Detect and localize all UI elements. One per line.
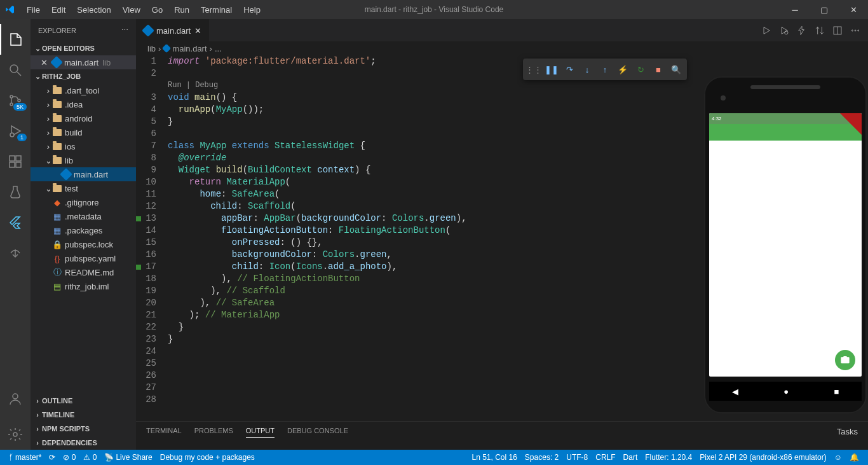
tree-item--dart_tool[interactable]: ›.dart_tool — [31, 83, 136, 97]
bell-icon[interactable]: 🔔 — [846, 453, 863, 462]
menu-help[interactable]: Help — [238, 3, 266, 17]
emulator-fab[interactable] — [835, 350, 855, 370]
close-editor-icon[interactable]: ✕ — [41, 58, 48, 67]
spaces-status[interactable]: Spaces: 2 — [521, 453, 562, 462]
tree-item-android[interactable]: ›android — [31, 111, 136, 125]
flutter-view-icon[interactable] — [0, 207, 31, 238]
extensions-view-icon[interactable] — [0, 146, 31, 177]
line-numbers: 1234567891011121314151617181920212223242… — [136, 55, 168, 421]
diff-icon[interactable] — [815, 25, 825, 36]
share-view-icon[interactable] — [0, 238, 31, 268]
errors-status[interactable]: ⊘ 0 — [59, 450, 79, 465]
flutter-status[interactable]: Flutter: 1.20.4 — [641, 453, 696, 462]
warnings-status[interactable]: ⚠ 0 — [79, 450, 100, 465]
menu-edit[interactable]: Edit — [46, 3, 71, 17]
test-view-icon[interactable] — [0, 177, 31, 207]
step-out-icon[interactable]: ↑ — [597, 61, 613, 78]
nav-back-icon[interactable]: ◀ — [732, 387, 738, 396]
panel-tab-debug-console[interactable]: DEBUG CONSOLE — [287, 427, 348, 438]
debug-toolbar[interactable]: ⋮⋮ ❚❚ ↷ ↓ ↑ ⚡ ↻ ■ 🔍 — [523, 59, 687, 80]
npm-section[interactable]: ›NPM SCRIPTS — [31, 422, 136, 436]
menu-view[interactable]: View — [118, 3, 146, 17]
tree-item-ios[interactable]: ›ios — [31, 139, 136, 153]
devtools-icon[interactable]: 🔍 — [668, 61, 684, 78]
tree-item-build[interactable]: ›build — [31, 125, 136, 139]
tree-item--packages[interactable]: ▦.packages — [31, 223, 136, 237]
timeline-section[interactable]: ›TIMELINE — [31, 408, 136, 422]
branch-status[interactable]: ᚶmaster* — [5, 450, 45, 465]
explorer-view-icon[interactable] — [0, 24, 31, 55]
hot-reload-icon[interactable]: ⚡ — [614, 61, 631, 78]
editor-tabs: main.dart ✕ — [136, 19, 868, 41]
tree-item-pubspec-yaml[interactable]: {}pubspec.yaml — [31, 251, 136, 265]
tree-item-pubspec-lock[interactable]: 🔒pubspec.lock — [31, 237, 136, 251]
debug-view-icon[interactable]: 1 — [0, 116, 31, 146]
menu-selection[interactable]: Selection — [72, 3, 116, 17]
tree-item-test[interactable]: ⌄test — [31, 181, 136, 195]
pause-icon[interactable]: ❚❚ — [543, 61, 560, 78]
svg-point-0 — [10, 65, 18, 73]
tree-item--idea[interactable]: ›.idea — [31, 97, 136, 111]
eol-status[interactable]: CRLF — [592, 453, 619, 462]
debug-run-icon[interactable] — [779, 25, 789, 36]
step-over-icon[interactable]: ↷ — [561, 61, 578, 78]
device-status[interactable]: Pixel 2 API 29 (android-x86 emulator) — [696, 453, 830, 462]
open-editors-section[interactable]: ⌄OPEN EDITORS — [31, 41, 136, 55]
outline-section[interactable]: ›OUTLINE — [31, 394, 136, 408]
encoding-status[interactable]: UTF-8 — [562, 453, 592, 462]
more-icon[interactable] — [850, 25, 860, 36]
scm-view-icon[interactable]: 5K — [0, 85, 31, 116]
tree-item--gitignore[interactable]: ◆.gitignore — [31, 195, 136, 209]
debug-config-status[interactable]: Debug my code + packages — [156, 450, 259, 465]
svg-rect-8 — [16, 162, 21, 167]
sidebar: EXPLORER ⋯ ⌄OPEN EDITORS ✕ main.dart lib… — [31, 19, 136, 450]
nav-home-icon[interactable]: ● — [783, 387, 789, 396]
debug-banner — [840, 113, 862, 135]
menu-go[interactable]: Go — [147, 3, 168, 17]
emulator-screen[interactable]: 4:32 ▾◢▮ — [709, 113, 862, 377]
account-icon[interactable] — [0, 384, 31, 414]
liveshare-status[interactable]: 📡Live Share — [100, 450, 156, 465]
panel-tasks[interactable]: Tasks — [837, 427, 858, 436]
menu-terminal[interactable]: Terminal — [196, 3, 237, 17]
editor-tab[interactable]: main.dart ✕ — [136, 19, 210, 41]
panel-tab-terminal[interactable]: TERMINAL — [146, 427, 182, 438]
step-into-icon[interactable]: ↓ — [579, 61, 595, 78]
cursor-position[interactable]: Ln 51, Col 16 — [468, 453, 520, 462]
feedback-icon[interactable]: ☺ — [831, 453, 846, 462]
minimize-button[interactable]: ─ — [780, 0, 810, 19]
panel-tab-output[interactable]: OUTPUT — [246, 427, 275, 438]
split-icon[interactable] — [832, 25, 843, 36]
tree-item-rithz_job-iml[interactable]: ▤rithz_job.iml — [31, 279, 136, 293]
svg-rect-7 — [10, 162, 15, 167]
hot-reload-icon[interactable] — [797, 25, 807, 36]
project-section[interactable]: ⌄RITHZ_JOB — [31, 69, 136, 83]
breadcrumb[interactable]: lib› main.dart› ... — [136, 41, 868, 55]
tree-item-lib[interactable]: ⌄lib — [31, 153, 136, 167]
tree-item-README-md[interactable]: ⓘREADME.md — [31, 265, 136, 279]
emulator-speaker — [750, 85, 820, 89]
tab-close-icon[interactable]: ✕ — [194, 26, 201, 36]
tree-item--metadata[interactable]: ▦.metadata — [31, 209, 136, 223]
language-status[interactable]: Dart — [620, 453, 642, 462]
sidebar-more-icon[interactable]: ⋯ — [121, 26, 128, 34]
panel-tab-problems[interactable]: PROBLEMS — [194, 427, 233, 438]
open-editor-item[interactable]: ✕ main.dart lib — [31, 55, 136, 69]
run-icon[interactable] — [761, 25, 771, 36]
menu-bar: FileEditSelectionViewGoRunTerminalHelp — [22, 3, 266, 17]
maximize-button[interactable]: ▢ — [810, 0, 839, 19]
settings-gear-icon[interactable] — [0, 419, 31, 450]
search-view-icon[interactable] — [0, 55, 31, 85]
deps-section[interactable]: ›DEPENDENCIES — [31, 436, 136, 450]
tree-item-main-dart[interactable]: main.dart — [31, 167, 136, 181]
drag-handle-icon[interactable]: ⋮⋮ — [526, 61, 542, 78]
close-button[interactable]: ✕ — [839, 0, 868, 19]
menu-file[interactable]: File — [22, 3, 45, 17]
menu-run[interactable]: Run — [169, 3, 194, 17]
panel-tabs: TERMINALPROBLEMSOUTPUTDEBUG CONSOLE — [146, 427, 348, 438]
nav-recent-icon[interactable]: ■ — [834, 387, 839, 396]
stop-icon[interactable]: ■ — [650, 61, 667, 78]
restart-icon[interactable]: ↻ — [632, 61, 649, 78]
sync-status[interactable]: ⟳ — [45, 450, 59, 465]
android-emulator[interactable]: 4:32 ▾◢▮ ◀ ● ■ — [704, 76, 867, 413]
